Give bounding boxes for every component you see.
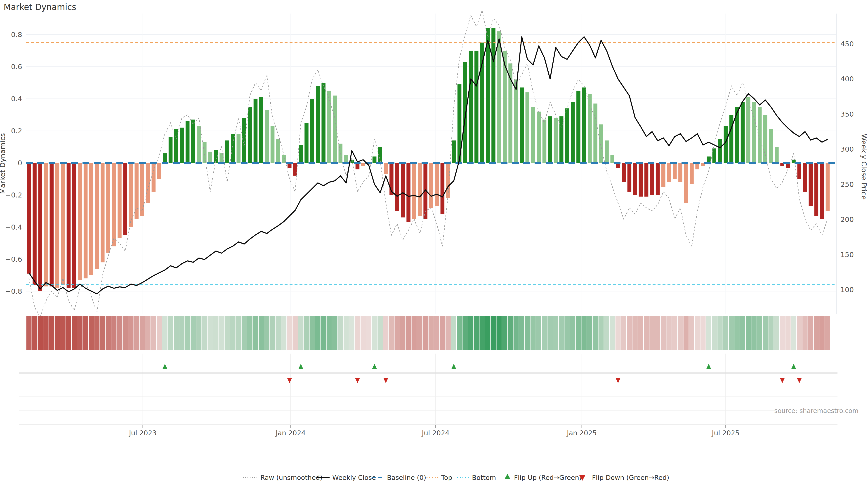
left-tick-label: 0 xyxy=(18,159,22,167)
flip-down-marker xyxy=(616,378,620,383)
dynamics-bar xyxy=(27,163,31,273)
heat-cell xyxy=(502,316,507,350)
heat-cell xyxy=(723,316,728,350)
heat-cell xyxy=(253,316,258,350)
dynamics-bar xyxy=(321,83,326,163)
heat-cell xyxy=(310,316,315,350)
right-tick-label: 250 xyxy=(840,180,854,188)
legend-flip-up-icon xyxy=(504,474,510,479)
heat-cell xyxy=(661,316,666,350)
x-tick-label: Jan 2024 xyxy=(275,429,306,437)
heat-cell xyxy=(270,316,275,350)
dynamics-bar xyxy=(741,102,745,163)
right-tick-label: 150 xyxy=(840,251,854,259)
dynamics-bar xyxy=(61,163,65,285)
heat-cell xyxy=(672,316,677,350)
dynamics-bar xyxy=(610,155,614,163)
dynamics-bar xyxy=(826,163,830,211)
dynamics-bar xyxy=(633,163,637,195)
heat-cell xyxy=(735,316,740,350)
heat-cell xyxy=(185,316,190,350)
right-tick-label: 350 xyxy=(840,110,854,118)
heat-cell xyxy=(298,316,303,350)
dynamics-bar xyxy=(486,28,490,163)
heat-cell xyxy=(128,316,133,350)
dynamics-bar xyxy=(752,102,756,163)
heat-cell xyxy=(564,316,569,350)
heat-cell xyxy=(814,316,819,350)
dynamics-bar xyxy=(769,129,773,163)
heat-cell xyxy=(440,316,445,350)
heat-cell xyxy=(157,316,162,350)
heat-cell xyxy=(712,316,717,350)
dynamics-bar xyxy=(548,116,552,163)
dynamics-bar xyxy=(101,163,105,262)
dynamics-bar xyxy=(531,107,535,163)
dynamics-bar xyxy=(231,134,235,163)
flip-down-marker xyxy=(383,378,388,383)
dynamics-bar xyxy=(730,115,734,163)
dynamics-bar xyxy=(406,163,410,222)
heat-cell xyxy=(60,316,66,350)
heat-cell xyxy=(134,316,139,350)
dynamics-bar xyxy=(208,152,212,163)
dynamics-bar xyxy=(67,163,71,288)
heat-cell xyxy=(332,316,338,350)
dynamics-bar xyxy=(38,163,42,291)
heat-cell xyxy=(151,316,156,350)
heat-cell xyxy=(706,316,711,350)
dynamics-bar xyxy=(271,126,275,163)
heat-cell xyxy=(497,316,502,350)
heat-cell xyxy=(468,316,473,350)
flip-up-marker xyxy=(298,364,303,369)
dynamics-bar xyxy=(418,163,422,216)
flip-down-marker xyxy=(780,378,785,383)
dynamics-bar xyxy=(622,163,626,182)
heat-cell xyxy=(576,316,581,350)
dynamics-bar xyxy=(373,157,377,163)
heat-cell xyxy=(429,316,434,350)
dynamics-bar xyxy=(684,163,688,203)
heat-cell xyxy=(383,316,388,350)
heat-cell xyxy=(366,316,371,350)
dynamics-bar xyxy=(89,163,93,275)
heat-cell xyxy=(638,316,643,350)
heat-cell xyxy=(174,316,179,350)
heat-cell xyxy=(49,316,54,350)
right-tick-label: 100 xyxy=(840,286,854,294)
heat-cell xyxy=(491,316,496,350)
dynamics-bar xyxy=(582,88,586,163)
heat-cell xyxy=(553,316,558,350)
heat-cell xyxy=(644,316,649,350)
heat-cell xyxy=(463,316,468,350)
flip-up-marker xyxy=(452,364,456,369)
heat-cell xyxy=(785,316,791,350)
dynamics-bar xyxy=(50,163,54,287)
heat-cell xyxy=(77,316,83,350)
dynamics-bar xyxy=(537,111,541,163)
heat-cell xyxy=(213,316,219,350)
heat-cell xyxy=(83,316,88,350)
heat-cell xyxy=(581,316,587,350)
dynamics-bar xyxy=(526,92,530,163)
right-tick-label: 400 xyxy=(840,75,854,83)
dynamics-bar xyxy=(758,107,762,163)
heat-cell xyxy=(219,316,224,350)
heat-cell xyxy=(417,316,423,350)
heat-cell xyxy=(570,316,575,350)
left-tick-label: −0.2 xyxy=(5,191,22,199)
heat-cell xyxy=(111,316,116,350)
dynamics-bar xyxy=(293,163,297,176)
dynamics-bar xyxy=(661,163,665,187)
dynamics-bar xyxy=(401,163,405,217)
left-tick-label: −0.4 xyxy=(5,223,22,231)
dynamics-bar xyxy=(463,62,467,163)
heat-cell xyxy=(292,316,298,350)
dynamics-bar xyxy=(112,163,116,246)
heat-cell xyxy=(802,316,808,350)
heat-cell xyxy=(519,316,524,350)
x-tick-label: Jul 2024 xyxy=(421,429,450,437)
dynamics-bar xyxy=(259,97,264,163)
heat-cell xyxy=(287,316,292,350)
heat-cell xyxy=(678,316,683,350)
